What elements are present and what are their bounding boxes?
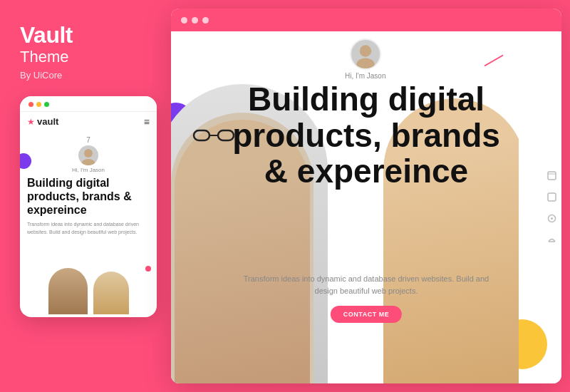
- browser-window: ∫: [171, 9, 561, 383]
- mobile-dot-red: [28, 102, 33, 107]
- hero-heading: Building digital products, brands & expe…: [228, 81, 504, 190]
- mobile-logo-text: vault: [37, 116, 58, 127]
- svg-point-6: [356, 58, 374, 70]
- mobile-hi-text: Hi, I'm Jason: [72, 167, 105, 173]
- svg-point-11: [551, 217, 553, 220]
- mobile-hero-heading: Building digital products, brands & expe…: [27, 176, 150, 217]
- left-panel: Vault Theme By UiCore ★ vault ≡ 7: [0, 0, 171, 392]
- site-preview: ∫: [171, 31, 561, 383]
- contact-button[interactable]: CONTACT ME: [331, 306, 402, 323]
- sidebar-icon-2[interactable]: [546, 191, 557, 202]
- browser-content: ∫: [171, 31, 561, 383]
- mobile-window-dots: [28, 102, 49, 107]
- mobile-star-icon: ★: [27, 117, 35, 127]
- mobile-hamburger-icon[interactable]: ≡: [144, 116, 150, 128]
- hero-avatar: [350, 38, 381, 70]
- mobile-number: 7: [27, 136, 150, 144]
- sidebar-icon-1[interactable]: [546, 170, 557, 181]
- mobile-logo: ★ vault: [27, 116, 58, 127]
- svg-rect-7: [548, 172, 556, 180]
- hero-paragraph: Transform ideas into dynamic and databas…: [235, 273, 497, 298]
- mobile-topbar: [20, 96, 157, 112]
- svg-rect-9: [548, 193, 556, 201]
- svg-rect-2: [194, 130, 209, 140]
- mobile-content: 7 Hi, I'm Jason Building digital product…: [20, 132, 157, 314]
- mobile-dot-yellow: [36, 102, 41, 107]
- browser-titlebar: [171, 9, 561, 31]
- mobile-person-preview: [20, 257, 157, 314]
- brand-name: Vault Theme By UiCore: [20, 23, 73, 81]
- mobile-avatar: [78, 145, 98, 165]
- browser-dot-1: [181, 17, 187, 24]
- mobile-hero-para: Transform ideas into dynamic and databas…: [27, 221, 150, 236]
- hero-avatar-wrap: Hi, I'm Jason: [345, 38, 385, 80]
- svg-rect-3: [218, 130, 234, 140]
- mobile-mockup: ★ vault ≡ 7 Hi, I'm Jason Building digit…: [20, 96, 157, 317]
- sidebar-icon-4[interactable]: [546, 234, 557, 245]
- browser-dot-2: [192, 17, 198, 24]
- right-panel: ∫: [171, 0, 570, 392]
- sidebar-icon-3[interactable]: [546, 212, 557, 224]
- mobile-nav: ★ vault ≡: [20, 112, 157, 132]
- svg-point-0: [84, 149, 93, 158]
- browser-dot-3: [202, 17, 209, 24]
- hero-hi-text: Hi, I'm Jason: [345, 72, 385, 80]
- site-sidebar-icons: [542, 163, 561, 252]
- mobile-dot-green: [44, 102, 49, 107]
- svg-point-5: [360, 45, 371, 56]
- svg-point-1: [81, 159, 95, 165]
